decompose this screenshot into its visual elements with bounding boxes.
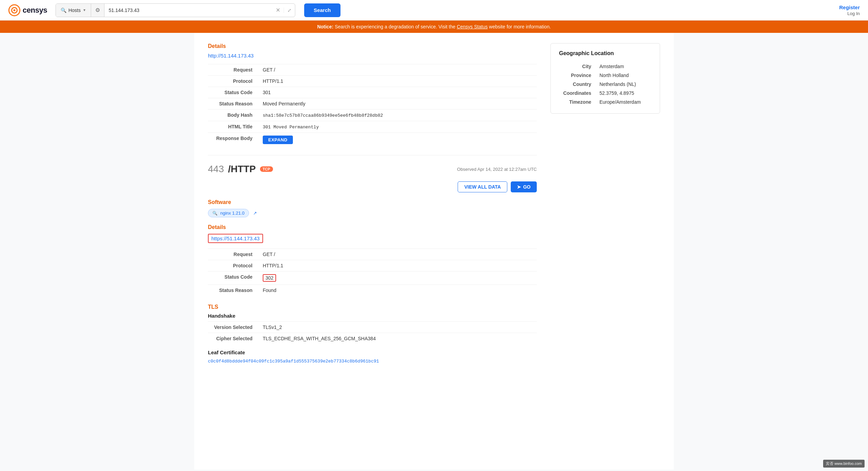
tcp-badge: TCP bbox=[260, 166, 273, 172]
software-section: Software 🔍 nginx 1.21.0 ↗ bbox=[208, 199, 537, 217]
geo-value: Netherlands (NL) bbox=[597, 80, 652, 89]
field-label: Request bbox=[208, 64, 259, 76]
port-actions: VIEW ALL DATA ➤ GO bbox=[208, 181, 537, 192]
table-row: Protocol HTTP/1.1 bbox=[208, 76, 537, 87]
software-row: 🔍 nginx 1.21.0 ↗ bbox=[208, 209, 537, 217]
chevron-down-icon: ▼ bbox=[83, 8, 86, 12]
table-row: Body Hash sha1:58e7c57b87ccaa86b9349ee5e… bbox=[208, 110, 537, 121]
register-link[interactable]: Register bbox=[839, 4, 860, 10]
logo: censys bbox=[8, 4, 47, 16]
login-link[interactable]: Log In bbox=[847, 11, 860, 16]
auth-area: Register Log In bbox=[839, 4, 860, 16]
main-content: Details http://51.144.173.43 Request GET… bbox=[194, 33, 674, 470]
software-title: Software bbox=[208, 199, 537, 205]
field-value: GET / bbox=[259, 249, 537, 260]
field-value: 301 Moved Permanently bbox=[259, 121, 537, 133]
field-value: sha1:58e7c57b87ccaa86b9349ee5ee6fb48b8f2… bbox=[259, 110, 537, 121]
field-label: HTML Title bbox=[208, 121, 259, 133]
field-value: GET / bbox=[259, 64, 537, 76]
http-details-section: Details http://51.144.173.43 Request GET… bbox=[208, 43, 537, 147]
geo-row-province: Province North Holland bbox=[559, 71, 652, 80]
https-url-link[interactable]: https://51.144.173.43 bbox=[208, 234, 263, 243]
table-row: Request GET / bbox=[208, 64, 537, 76]
field-label: Status Code bbox=[208, 271, 259, 285]
field-label: Version Selected bbox=[208, 322, 259, 333]
geo-value: Amsterdam bbox=[597, 62, 652, 71]
geo-row-coordinates: Coordinates 52.3759, 4.8975 bbox=[559, 89, 652, 98]
leaf-cert-label: Leaf Certificate bbox=[208, 349, 537, 355]
search-icon-small: 🔍 bbox=[212, 211, 218, 216]
software-name: nginx 1.21.0 bbox=[220, 211, 245, 216]
table-row: Status Reason Found bbox=[208, 285, 537, 296]
status-code-boxed: 302 bbox=[263, 274, 276, 282]
search-bar: 🔍 Hosts ▼ ⚙ ✕ ⤢ bbox=[55, 3, 295, 17]
content-layout: Details http://51.144.173.43 Request GET… bbox=[208, 43, 660, 364]
svg-point-2 bbox=[13, 9, 15, 11]
search-type-label: Hosts bbox=[69, 8, 81, 13]
search-type-button[interactable]: 🔍 Hosts ▼ bbox=[56, 4, 91, 17]
logo-text: censys bbox=[23, 6, 47, 15]
notice-message: Search is experiencing a degradation of … bbox=[335, 24, 457, 29]
external-link-icon[interactable]: ↗ bbox=[253, 211, 257, 216]
observed-text: Observed Apr 14, 2022 at 12:27am UTC bbox=[457, 167, 537, 172]
field-label: Protocol bbox=[208, 260, 259, 271]
table-row: Request GET / bbox=[208, 249, 537, 260]
geo-value: 52.3759, 4.8975 bbox=[597, 89, 652, 98]
geo-value: North Holland bbox=[597, 71, 652, 80]
expand-search-button[interactable]: ⤢ bbox=[284, 8, 295, 13]
notice-banner: Notice: Search is experiencing a degrada… bbox=[0, 21, 868, 33]
geo-title: Geographic Location bbox=[559, 50, 652, 56]
search-input[interactable] bbox=[104, 4, 272, 17]
tls-handshake-table: Version Selected TLSv1_2 Cipher Selected… bbox=[208, 321, 537, 344]
cert-hash-link[interactable]: c0c0f4d8bddde94f04c09fc1c395a9af1d555375… bbox=[208, 359, 379, 364]
search-icon: 🔍 bbox=[61, 8, 66, 13]
http-details-table: Request GET / Protocol HTTP/1.1 Status C… bbox=[208, 64, 537, 147]
geo-value: Europe/Amsterdam bbox=[597, 98, 652, 106]
go-label: GO bbox=[523, 184, 531, 190]
settings-button[interactable]: ⚙ bbox=[91, 4, 104, 17]
field-label: Status Code bbox=[208, 87, 259, 98]
field-value: 301 bbox=[259, 87, 537, 98]
content-left: Details http://51.144.173.43 Request GET… bbox=[208, 43, 537, 364]
table-row: Status Code 302 bbox=[208, 271, 537, 285]
field-label: Body Hash bbox=[208, 110, 259, 121]
view-all-data-button[interactable]: VIEW ALL DATA bbox=[458, 181, 507, 192]
field-label: Cipher Selected bbox=[208, 333, 259, 344]
table-row: Cipher Selected TLS_ECDHE_RSA_WITH_AES_2… bbox=[208, 333, 537, 344]
field-value: Found bbox=[259, 285, 537, 296]
geo-label: Timezone bbox=[559, 98, 597, 106]
geo-label: Coordinates bbox=[559, 89, 597, 98]
notice-end-text: website for more information. bbox=[489, 24, 551, 29]
field-label: Status Reason bbox=[208, 285, 259, 296]
geo-location-box: Geographic Location City Amsterdam Provi… bbox=[550, 43, 660, 114]
section-divider bbox=[208, 155, 537, 155]
content-right: Geographic Location City Amsterdam Provi… bbox=[550, 43, 660, 364]
field-label: Response Body bbox=[208, 133, 259, 147]
field-label: Protocol bbox=[208, 76, 259, 87]
expand-button[interactable]: EXPAND bbox=[263, 136, 293, 144]
geo-label: Country bbox=[559, 80, 597, 89]
gear-icon: ⚙ bbox=[95, 7, 100, 13]
port-number: 443 bbox=[208, 164, 224, 175]
search-submit-button[interactable]: Search bbox=[304, 3, 340, 17]
field-value: Moved Permanently bbox=[259, 98, 537, 110]
notice-bold-text: Notice: bbox=[317, 24, 333, 29]
software-badge[interactable]: 🔍 nginx 1.21.0 bbox=[208, 209, 249, 217]
geo-table: City Amsterdam Province North Holland Co… bbox=[559, 62, 652, 106]
go-button[interactable]: ➤ GO bbox=[511, 181, 537, 192]
arrow-right-icon: ➤ bbox=[517, 184, 521, 190]
https-details-section: Details https://51.144.173.43 Request GE… bbox=[208, 224, 537, 296]
geo-row-country: Country Netherlands (NL) bbox=[559, 80, 652, 89]
geo-row-timezone: Timezone Europe/Amsterdam bbox=[559, 98, 652, 106]
censys-status-link[interactable]: Censys Status bbox=[457, 24, 487, 29]
port-header: 443 /HTTP TCP Observed Apr 14, 2022 at 1… bbox=[208, 164, 537, 175]
http-url-link[interactable]: http://51.144.173.43 bbox=[208, 53, 537, 59]
field-value: EXPAND bbox=[259, 133, 537, 147]
table-row: HTML Title 301 Moved Permanently bbox=[208, 121, 537, 133]
clear-search-button[interactable]: ✕ bbox=[272, 7, 284, 13]
https-details-title: Details bbox=[208, 224, 537, 230]
tls-section: TLS Handshake Version Selected TLSv1_2 C… bbox=[208, 304, 537, 364]
field-value: 302 bbox=[259, 271, 537, 285]
port-443-section: 443 /HTTP TCP Observed Apr 14, 2022 at 1… bbox=[208, 164, 537, 364]
watermark: 宾否 www.binfoo.com bbox=[823, 460, 865, 468]
